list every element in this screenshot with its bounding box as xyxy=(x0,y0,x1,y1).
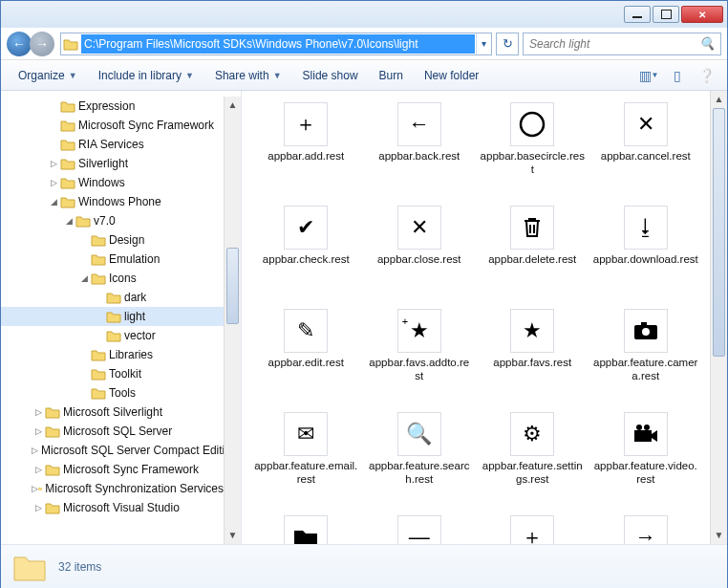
search-box[interactable]: 🔍 xyxy=(523,33,721,55)
expand-toggle[interactable]: ◢ xyxy=(62,216,75,226)
tree-item[interactable]: Expression xyxy=(1,97,224,116)
svg-rect-4 xyxy=(634,430,652,442)
file-item[interactable]: ⚙appbar.feature.settings.rest xyxy=(476,412,589,515)
file-item[interactable]: ＋appbar.new.rest xyxy=(476,515,589,544)
file-item[interactable]: →appbar.next.rest xyxy=(589,515,703,544)
file-item[interactable]: appbar.basecircle.rest xyxy=(476,102,589,206)
explorer-window: ← → ▾ ↻ 🔍 Organize▼ Include in library▼ … xyxy=(0,0,728,588)
address-dropdown[interactable]: ▾ xyxy=(476,33,491,54)
share-button[interactable]: Share with▼ xyxy=(207,65,289,86)
file-item[interactable]: ★appbar.favs.rest xyxy=(476,309,589,412)
file-item[interactable]: appbar.delete.rest xyxy=(476,206,589,309)
content-area: ＋appbar.add.rest←appbar.back.restappbar.… xyxy=(242,91,727,544)
scroll-up[interactable]: ▲ xyxy=(711,91,727,108)
file-thumbnail: ＋ xyxy=(510,515,554,544)
forward-button[interactable]: → xyxy=(30,32,54,56)
expand-toggle[interactable]: ▷ xyxy=(32,503,45,512)
newfolder-button[interactable]: New folder xyxy=(417,65,486,86)
file-item[interactable]: appbar.feature.camera.rest xyxy=(589,309,703,412)
minimize-button[interactable] xyxy=(624,6,651,23)
tree-label: Silverlight xyxy=(75,157,128,170)
tree-item[interactable]: ▷Windows xyxy=(1,173,224,192)
refresh-button[interactable]: ↻ xyxy=(496,33,519,55)
file-item[interactable]: appbar.feature.video.rest xyxy=(589,412,703,515)
expand-toggle[interactable]: ▷ xyxy=(32,484,38,493)
file-item[interactable]: ✉appbar.feature.email.rest xyxy=(249,412,363,515)
search-icon: 🔍 xyxy=(699,36,715,51)
file-item[interactable]: ★+appbar.favs.addto.rest xyxy=(363,309,477,412)
close-button[interactable] xyxy=(681,6,723,23)
tree-item[interactable]: ▷Microsoft Sync Framework xyxy=(1,460,224,479)
file-item[interactable]: ⭳appbar.download.rest xyxy=(589,206,703,309)
file-thumbnail xyxy=(624,412,668,456)
help-button[interactable]: ❔ xyxy=(695,65,717,86)
tree-item[interactable]: Emulation xyxy=(1,250,224,269)
tree-item[interactable]: ▷Microsoft Synchronization Services xyxy=(1,479,224,498)
tree-label: Microsoft Sync Framework xyxy=(60,463,199,476)
expand-toggle[interactable]: ▷ xyxy=(32,465,45,474)
slideshow-button[interactable]: Slide show xyxy=(295,65,366,86)
tree-scrollbar[interactable]: ▲ ▼ xyxy=(224,97,241,544)
file-thumbnail: ★+ xyxy=(397,309,441,353)
burn-button[interactable]: Burn xyxy=(372,65,411,86)
tree-item[interactable]: ▷Microsoft Silverlight xyxy=(1,403,224,422)
folder-tree[interactable]: ExpressionMicrosoft Sync FrameworkRIA Se… xyxy=(1,91,242,544)
tree-item[interactable]: ▷Microsoft SQL Server xyxy=(1,422,224,441)
file-item[interactable]: —appbar.minus.rest xyxy=(363,515,477,544)
address-input[interactable] xyxy=(81,34,475,54)
preview-pane-button[interactable]: ▯ xyxy=(666,65,689,86)
tree-item[interactable]: ▷Silverlight xyxy=(1,154,224,173)
tree-label: light xyxy=(121,310,145,323)
status-text: 32 items xyxy=(58,560,101,574)
expand-toggle[interactable]: ▷ xyxy=(47,159,60,168)
maximize-button[interactable] xyxy=(653,6,679,23)
tree-item[interactable]: ▷Microsoft SQL Server Compact Edition xyxy=(1,441,224,460)
tree-item[interactable]: dark xyxy=(1,288,224,307)
expand-toggle[interactable]: ▷ xyxy=(32,446,38,455)
scroll-thumb[interactable] xyxy=(713,108,725,357)
scroll-down[interactable]: ▼ xyxy=(711,527,727,544)
tree-item[interactable]: Microsoft Sync Framework xyxy=(1,116,224,135)
tree-item[interactable]: RIA Services xyxy=(1,135,224,154)
file-name: appbar.basecircle.rest xyxy=(476,150,589,177)
file-item[interactable]: ✎appbar.edit.rest xyxy=(249,309,363,412)
tree-item[interactable]: ▷Microsoft Visual Studio xyxy=(1,498,224,517)
tree-item[interactable]: ◢Windows Phone xyxy=(1,192,224,211)
file-item[interactable]: appbar.folder.rest xyxy=(249,515,363,544)
expand-toggle[interactable]: ◢ xyxy=(77,273,91,283)
tree-item[interactable]: Design xyxy=(1,230,224,250)
file-item[interactable]: ✔appbar.check.rest xyxy=(249,206,363,309)
expand-toggle[interactable]: ▷ xyxy=(32,426,45,436)
view-button[interactable]: ▥ ▼ xyxy=(637,65,660,86)
expand-toggle[interactable]: ◢ xyxy=(47,197,60,207)
file-name: appbar.favs.rest xyxy=(489,357,575,370)
tree-item[interactable]: ◢v7.0 xyxy=(1,211,224,230)
file-item[interactable]: ✕appbar.close.rest xyxy=(363,206,477,309)
file-item[interactable]: ✕appbar.cancel.rest xyxy=(589,102,703,206)
tree-label: Expression xyxy=(75,99,135,113)
file-item[interactable]: 🔍appbar.feature.search.rest xyxy=(363,412,477,515)
search-input[interactable] xyxy=(529,37,699,51)
content-scrollbar[interactable]: ▲ ▼ xyxy=(710,91,727,544)
organize-button[interactable]: Organize▼ xyxy=(11,65,85,86)
file-item[interactable]: ＋appbar.add.rest xyxy=(249,102,363,206)
scroll-down[interactable]: ▼ xyxy=(225,527,241,544)
tree-item[interactable]: light xyxy=(1,307,224,326)
back-button[interactable]: ← xyxy=(7,32,32,56)
file-item[interactable]: ←appbar.back.rest xyxy=(363,102,477,206)
tree-item[interactable]: Toolkit xyxy=(1,364,224,383)
scroll-up[interactable]: ▲ xyxy=(225,97,241,114)
tree-item[interactable]: vector xyxy=(1,326,224,345)
tree-item[interactable]: Tools xyxy=(1,383,224,403)
expand-toggle[interactable]: ▷ xyxy=(47,178,60,187)
tree-item[interactable]: ◢Icons xyxy=(1,269,224,288)
tree-item[interactable]: Libraries xyxy=(1,345,224,364)
include-button[interactable]: Include in library▼ xyxy=(91,65,202,86)
icon-pane[interactable]: ＋appbar.add.rest←appbar.back.restappbar.… xyxy=(242,91,710,544)
expand-toggle[interactable]: ▷ xyxy=(32,407,45,417)
scroll-thumb[interactable] xyxy=(226,248,239,324)
address-bar[interactable]: ▾ xyxy=(60,33,492,55)
file-thumbnail: ✉ xyxy=(284,412,328,456)
file-name: appbar.download.rest xyxy=(589,253,702,267)
file-name: appbar.delete.rest xyxy=(484,253,580,267)
